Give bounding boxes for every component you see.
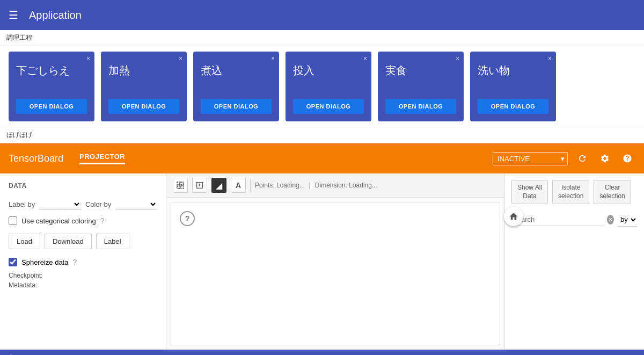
card-title-5: 実食	[385, 63, 456, 78]
categorical-label: Use categorical coloring	[21, 217, 96, 225]
dimension-loading: Dimension: Loading...	[315, 182, 377, 189]
center-panel: ◢ A Points: Loading... | Dimension: Load…	[166, 173, 504, 350]
isolate-selection-button[interactable]: Isolateselection	[552, 180, 589, 204]
select-box-icon[interactable]	[173, 178, 188, 193]
left-panel: DATA Label by Color by Use categorical c…	[0, 173, 166, 350]
open-dialog-btn-4[interactable]: OPEN DIALOG	[293, 99, 364, 114]
card-6: × 洗い物 OPEN DIALOG	[470, 52, 556, 121]
refresh-button[interactable]	[574, 150, 590, 166]
app-title: Application	[29, 9, 82, 21]
show-all-data-button[interactable]: Show AllData	[511, 180, 548, 204]
home-button[interactable]	[504, 207, 523, 226]
sphereize-label: Sphereize data	[21, 258, 68, 266]
projector-tab[interactable]: PROJECTOR	[79, 153, 125, 164]
main-content: DATA Label by Color by Use categorical c…	[0, 173, 644, 350]
search-clear-button[interactable]: ✕	[607, 215, 614, 224]
center-viewport: ?	[171, 202, 500, 345]
categorical-checkbox[interactable]	[9, 216, 17, 225]
card-2: × 加熱 OPEN DIALOG	[101, 52, 187, 121]
label-by-select[interactable]	[39, 198, 81, 210]
help-button[interactable]	[619, 150, 635, 166]
card-title-3: 煮込	[201, 63, 272, 78]
status-select-wrapper[interactable]: INACTIVE	[493, 152, 568, 165]
sphereize-checkbox[interactable]	[9, 258, 17, 266]
action-btn-row: Load Download Label	[9, 234, 157, 249]
open-dialog-btn-6[interactable]: OPEN DIALOG	[478, 99, 548, 114]
search-input[interactable]	[511, 213, 604, 226]
svg-rect-2	[177, 186, 180, 189]
card-title-4: 投入	[293, 63, 364, 78]
categorical-help-icon[interactable]: ?	[100, 216, 105, 225]
card-close-1[interactable]: ×	[86, 55, 90, 62]
open-dialog-btn-2[interactable]: OPEN DIALOG	[108, 99, 179, 114]
panel-title: DATA	[9, 182, 157, 190]
open-dialog-btn-5[interactable]: OPEN DIALOG	[385, 99, 456, 114]
categorical-checkbox-row: Use categorical coloring ?	[9, 216, 157, 225]
load-button[interactable]: Load	[9, 234, 40, 249]
card-close-5[interactable]: ×	[456, 55, 459, 62]
viewport-help-icon[interactable]: ?	[180, 211, 195, 226]
menu-icon[interactable]: ☰	[9, 9, 18, 21]
open-dialog-btn-1[interactable]: OPEN DIALOG	[16, 99, 87, 114]
card-3: × 煮込 OPEN DIALOG	[193, 52, 279, 121]
tensorboard-toolbar: TensorBoard PROJECTOR INACTIVE	[0, 143, 644, 173]
label-color-row: Label by Color by	[9, 198, 157, 210]
card-close-2[interactable]: ×	[179, 55, 182, 62]
tensorboard-title: TensorBoard	[9, 153, 63, 164]
footer: © 2017	[0, 350, 644, 355]
toolbar-right: INACTIVE	[493, 150, 635, 166]
svg-rect-0	[177, 182, 180, 185]
card-title-1: 下ごしらえ	[16, 63, 87, 78]
open-dialog-btn-3[interactable]: OPEN DIALOG	[201, 99, 272, 114]
toolbar-separator	[250, 179, 251, 192]
separator-pipe: |	[309, 182, 311, 189]
center-toolbar: ◢ A Points: Loading... | Dimension: Load…	[166, 173, 504, 198]
svg-rect-1	[181, 182, 184, 185]
card-title-2: 加熱	[108, 63, 179, 78]
night-mode-icon[interactable]: ◢	[211, 178, 226, 193]
metadata-row: Metadata:	[9, 281, 157, 289]
sphereize-help-icon[interactable]: ?	[72, 258, 77, 266]
card-close-6[interactable]: ×	[548, 55, 552, 62]
download-button[interactable]: Download	[45, 234, 92, 249]
label-points-icon[interactable]: A	[231, 178, 246, 193]
label-button[interactable]: Label	[96, 234, 129, 249]
clear-selection-button[interactable]: Clearselection	[594, 180, 631, 204]
status-select[interactable]: INACTIVE	[493, 152, 568, 165]
card-close-3[interactable]: ×	[271, 55, 275, 62]
card-4: × 投入 OPEN DIALOG	[286, 52, 371, 121]
expand-icon[interactable]	[192, 178, 207, 193]
svg-rect-3	[181, 186, 184, 189]
card-1: × 下ごしらえ OPEN DIALOG	[9, 52, 94, 121]
section2-label: ほげほげ	[0, 127, 644, 143]
color-by-select[interactable]	[115, 198, 157, 210]
top-bar: ☰ Application	[0, 0, 644, 30]
section1-label: 調理工程	[0, 30, 644, 46]
search-by-select[interactable]: by	[617, 213, 638, 227]
right-top-buttons: Show AllData Isolateselection Clearselec…	[511, 180, 638, 204]
points-loading: Points: Loading...	[255, 182, 305, 189]
label-by-label: Label by	[9, 200, 35, 208]
sphereize-row: Sphereize data ?	[9, 258, 157, 266]
checkpoint-row: Checkpoint:	[9, 272, 157, 279]
settings-button[interactable]	[597, 150, 613, 166]
card-5: × 実食 OPEN DIALOG	[378, 52, 464, 121]
right-panel: Show AllData Isolateselection Clearselec…	[504, 173, 644, 350]
color-by-label: Color by	[85, 200, 111, 208]
card-title-6: 洗い物	[478, 63, 548, 78]
card-close-4[interactable]: ×	[363, 55, 367, 62]
search-row: ✕ by	[511, 213, 638, 227]
cards-area: × 下ごしらえ OPEN DIALOG × 加熱 OPEN DIALOG × 煮…	[0, 46, 644, 127]
